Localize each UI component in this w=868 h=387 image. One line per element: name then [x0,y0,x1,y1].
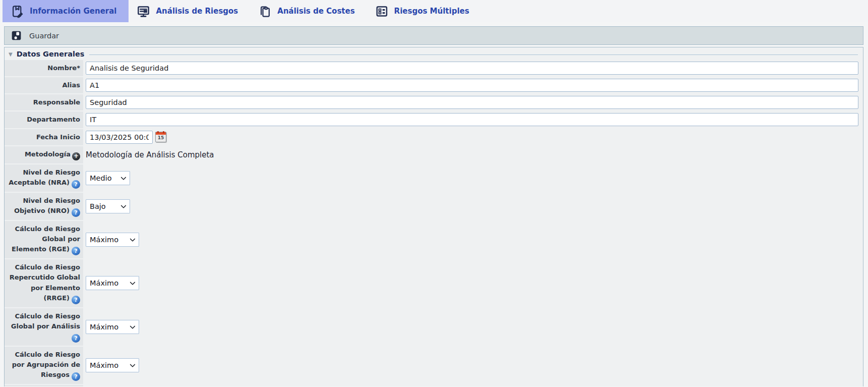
field-label: Cálculo de Riesgo Repercutido Global por… [5,259,83,307]
calendar-icon[interactable]: 15 [155,132,166,142]
form-row-departamento: Departamento [5,112,863,128]
fecha-inicio-input[interactable] [86,131,153,144]
field-label: Nivel de Riesgo Aceptable (NRA)? [5,164,83,192]
form-row-responsable: Responsable [5,94,863,110]
toolbar: Guardar [4,26,863,45]
question-circle-icon[interactable]: ? [72,208,80,217]
checklist-icon [375,5,389,18]
field-label: Departamento [5,112,83,128]
form-row-alias: Alias [5,77,863,93]
rrge-select[interactable]: Máximo [86,276,139,290]
nombre-input[interactable] [86,62,858,75]
tab-analisis-de-riesgos[interactable]: Análisis de Riesgos [129,0,250,22]
tab-label: Riesgos Múltiples [394,7,469,16]
save-button-label: Guardar [29,32,59,40]
section-title: Datos Generales [17,50,85,58]
form-row-metodologia: Metodología+ Metodología de Análisis Com… [5,146,863,163]
form-row-nombre: Nombre* [5,60,863,76]
riesgo-agrupacion-select[interactable]: Máximo [86,358,139,372]
form-row-riesgo-agrupacion: Cálculo de Riesgo por Agrupación de Ries… [5,347,863,384]
alias-input[interactable] [86,79,858,92]
field-label: Cálculo de Riesgo Global por Elemento (R… [5,221,83,258]
rge-select[interactable]: Máximo [86,233,139,247]
field-label: Cálculo de Riesgo por Agrupación de Ries… [5,347,83,384]
field-label: Fecha Inicio [5,129,83,145]
floppy-disk-icon [10,29,23,42]
datos-generales-header[interactable]: ▼ Datos Generales [5,48,863,60]
question-circle-icon[interactable]: ? [72,180,80,189]
metodologia-value: Metodología de Análisis Completa [86,150,214,159]
field-label: Metodología+ [5,146,83,163]
form-row-nra: Nivel de Riesgo Aceptable (NRA)? Medio [5,164,863,192]
question-circle-icon[interactable]: ? [72,334,80,343]
tab-informacion-general[interactable]: Información General [3,0,129,22]
field-label: Nivel de Riesgo Objetivo (NRO)? [5,193,83,220]
collapse-triangle-icon[interactable]: ▼ [9,51,13,57]
question-circle-icon[interactable]: ? [72,296,80,304]
clipboard-icon [258,5,272,18]
calendar-day-label: 15 [156,135,166,140]
form-row-rrge: Cálculo de Riesgo Repercutido Global por… [5,259,863,307]
field-label: Cálculo de Riesgo Global por Análisis? [5,308,83,346]
nro-select[interactable]: Bajo [86,199,130,213]
legend-rule [89,54,858,55]
form-row-nro: Nivel de Riesgo Objetivo (NRO)? Bajo [5,193,863,220]
monitor-dashboard-icon [137,5,150,18]
plus-circle-icon[interactable]: + [72,152,80,160]
form-row-rge: Cálculo de Riesgo Global por Elemento (R… [5,221,863,258]
nra-select[interactable]: Medio [86,171,130,185]
field-label: Apetito de Riesgo [5,385,83,386]
field-label: Responsable [5,94,83,110]
tab-label: Análisis de Riesgos [156,7,238,16]
question-circle-icon[interactable]: ? [72,247,80,255]
save-button[interactable]: Guardar [10,29,59,42]
form-row-riesgo-global-analisis: Cálculo de Riesgo Global por Análisis? M… [5,308,863,346]
responsable-input[interactable] [86,96,858,109]
tab-bar: Información General Análisis de Riesgos … [0,0,868,22]
field-label: Alias [5,77,83,93]
informacion-general-panel: ▼ Datos Generales Nombre* Alias Responsa… [4,47,863,386]
field-label: Nombre* [5,60,83,76]
form-row-fecha-inicio: Fecha Inicio 15 [5,129,863,145]
tab-riesgos-multiples[interactable]: Riesgos Múltiples [367,0,481,22]
tab-analisis-de-costes[interactable]: Análisis de Costes [250,0,367,22]
tab-label: Análisis de Costes [277,7,355,16]
tab-label: Información General [30,7,116,16]
departamento-input[interactable] [86,113,858,126]
form-row-apetito: Apetito de Riesgo [5,385,863,386]
question-circle-icon[interactable]: ? [72,372,80,381]
riesgo-global-analisis-select[interactable]: Máximo [86,320,139,334]
journal-pencil-icon [11,5,24,18]
